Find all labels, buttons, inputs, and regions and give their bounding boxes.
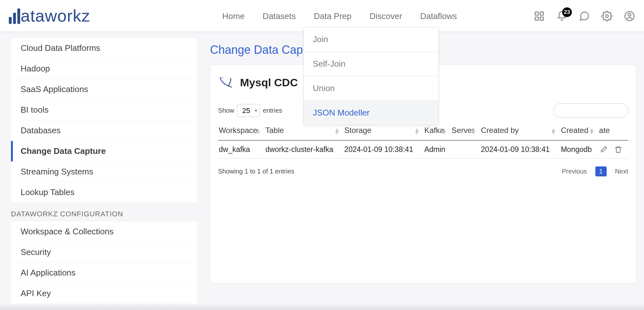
table-footer: Showing 1 to 1 of 1 entries Previous 1 N… <box>218 166 628 176</box>
sidebar-section-header: DATAWORKZ CONFIGURATION <box>11 203 197 221</box>
cell-created-by: 2024-01-09 10:38:41 <box>480 140 560 159</box>
pager-page-1[interactable]: 1 <box>595 166 607 176</box>
profile-icon[interactable] <box>624 11 635 22</box>
sidebar-item-streaming-systems[interactable]: Streaming Systems <box>11 162 197 182</box>
pager-next[interactable]: Next <box>615 168 628 175</box>
nav-home[interactable]: Home <box>222 11 245 21</box>
cell-table: dworkz-cluster-kafka <box>265 140 344 159</box>
svg-rect-1 <box>13 13 16 24</box>
svg-rect-2 <box>17 8 20 24</box>
cdc-table: Workspace▲▼ Table▲▼ Storage▲▼ Kafka▲▼ Se… <box>218 122 628 159</box>
svg-rect-4 <box>540 12 543 15</box>
dropdown-item-self-join[interactable]: Self-Join <box>304 52 438 76</box>
cell-storage: 2024-01-09 10:38:41 <box>344 140 424 159</box>
brand-logo[interactable]: ataworkz <box>6 6 90 25</box>
show-entries-control: Show 25 ▾ entries <box>218 104 282 117</box>
chat-icon[interactable] <box>579 11 590 22</box>
sidebar-item-security[interactable]: Security <box>11 242 197 263</box>
sidebar-item-hadoop[interactable]: Hadoop <box>11 59 197 79</box>
svg-rect-0 <box>9 17 12 24</box>
pager-prev[interactable]: Previous <box>562 168 587 175</box>
sidebar-item-change-data-capture[interactable]: Change Data Capture <box>11 141 197 162</box>
data-prep-dropdown: Join Self-Join Union JSON Modeller <box>303 27 439 125</box>
sidebar-item-workspace-collections[interactable]: Workspace & Collections <box>11 221 197 242</box>
cell-workspace: dw_kafka <box>218 140 265 159</box>
sidebar-item-saas-applications[interactable]: SaaS Applications <box>11 79 197 100</box>
sidebar-item-lookup-tables[interactable]: Lookup Tables <box>11 182 197 203</box>
cell-actions <box>599 140 628 159</box>
show-label-pre: Show <box>218 107 234 114</box>
cell-created: Mongodb <box>560 140 599 159</box>
show-label-post: entries <box>263 107 282 114</box>
sidebar-group-config: Workspace & Collections Security AI Appl… <box>11 221 197 304</box>
window-scrollbar[interactable] <box>0 304 644 310</box>
logo-icon <box>6 8 23 25</box>
nav-data-prep[interactable]: Data Prep <box>314 11 351 21</box>
nav-datasets[interactable]: Datasets <box>263 11 296 21</box>
notifications-badge: 23 <box>562 7 572 17</box>
sidebar-item-databases[interactable]: Databases <box>11 120 197 141</box>
col-workspace[interactable]: Workspace▲▼ <box>218 122 265 140</box>
nav-dataflows[interactable]: Dataflows <box>420 11 457 21</box>
col-server[interactable]: Server▲▼ <box>451 122 480 140</box>
col-extra: ate <box>599 122 628 140</box>
svg-rect-5 <box>535 17 538 20</box>
svg-point-7 <box>606 15 609 18</box>
card-title: Mysql CDC <box>240 76 298 89</box>
sidebar: Cloud Data Platforms Hadoop SaaS Applica… <box>0 32 197 310</box>
delete-icon[interactable] <box>614 146 622 154</box>
svg-rect-6 <box>540 17 543 20</box>
entries-select[interactable]: 25 <box>237 104 260 117</box>
table-info: Showing 1 to 1 of 1 entries <box>218 168 294 175</box>
dropdown-item-json-modeller[interactable]: JSON Modeller <box>304 101 438 125</box>
brand-text: ataworkz <box>21 6 90 25</box>
sidebar-group-sources: Cloud Data Platforms Hadoop SaaS Applica… <box>11 38 197 203</box>
dropdown-item-join[interactable]: Join <box>304 27 438 52</box>
mysql-icon <box>218 74 234 90</box>
col-created-by[interactable]: Created by▲▼ <box>480 122 560 140</box>
notifications-icon[interactable]: 23 <box>556 11 567 22</box>
table-row[interactable]: dw_kafka dworkz-cluster-kafka 2024-01-09… <box>218 140 628 159</box>
sidebar-item-cloud-data-platforms[interactable]: Cloud Data Platforms <box>11 38 197 59</box>
svg-rect-3 <box>535 12 538 15</box>
sidebar-item-bi-tools[interactable]: BI tools <box>11 100 197 120</box>
settings-icon[interactable] <box>601 11 612 22</box>
edit-icon[interactable] <box>599 146 608 154</box>
nav-discover[interactable]: Discover <box>370 11 402 21</box>
cell-server <box>451 140 480 159</box>
apps-icon[interactable] <box>534 11 545 22</box>
search-input[interactable] <box>553 103 628 117</box>
col-created[interactable]: Created▲▼ <box>560 122 599 140</box>
header-actions: 23 <box>534 0 635 32</box>
pagination: Previous 1 Next <box>562 166 628 176</box>
svg-point-10 <box>222 77 223 78</box>
sidebar-item-ai-applications[interactable]: AI Applications <box>11 263 197 283</box>
dropdown-item-union[interactable]: Union <box>304 76 438 101</box>
cell-kafka: Admin <box>424 140 451 159</box>
svg-point-9 <box>628 14 631 16</box>
sidebar-item-api-key[interactable]: API Key <box>11 283 197 304</box>
